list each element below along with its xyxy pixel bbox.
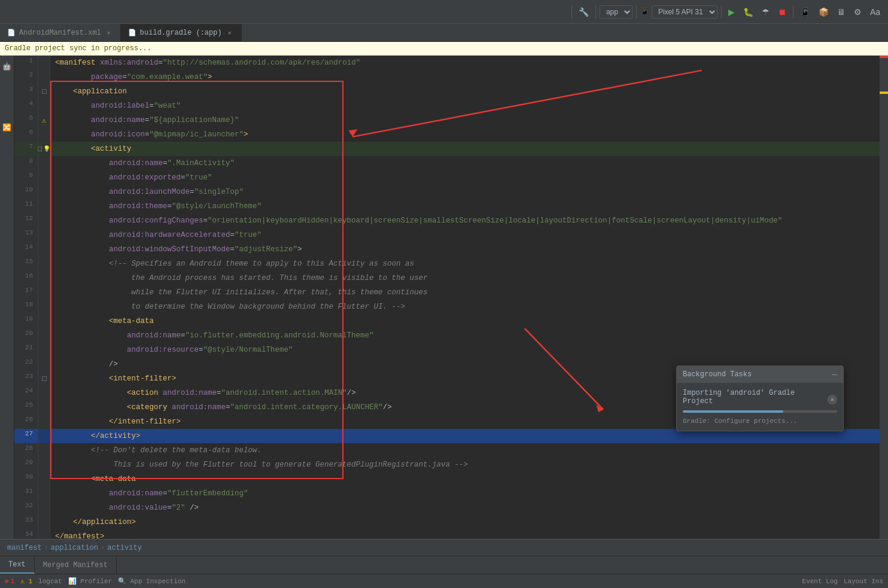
line-num-21: 21 [14,343,38,357]
breadcrumb-sep-2: › [101,544,105,552]
warning-count: 1 [28,578,32,585]
layout-inspector-button[interactable]: Layout Ins [844,578,883,585]
code-line-1: 1 <manifest xmlns:android="http://schema… [14,56,880,70]
bg-tasks-close-button[interactable]: — [832,370,837,379]
device-manager-button[interactable]: 📱 [797,5,813,19]
code-line-15: 15 <!-- Specifies an Android theme to ap… [14,257,880,271]
breadcrumb-activity[interactable]: activity [107,544,142,552]
bg-tasks-title: Background Tasks [683,370,752,379]
bottom-tab-text[interactable]: Text [0,556,35,574]
tab-androidmanifest-close[interactable]: ✕ [105,29,113,37]
warning-count-display[interactable]: ⚠ 1 [20,577,32,585]
sdk-manager-button[interactable]: 📦 [816,5,832,19]
bg-tasks-body: Importing 'android' Gradle Project ✕ Gra… [677,383,843,431]
androidmanifest-icon: 📄 [7,29,16,36]
tab-buildgradle[interactable]: 📄 build.gradle (:app) ✕ [121,24,242,41]
line-markers-9 [38,170,50,185]
line-markers-29 [38,458,50,472]
code-line-30: 30 <meta-data [14,472,880,486]
line-content-11: android:theme="@style/LaunchTheme" [50,199,880,214]
settings-button[interactable]: ⚙ [851,5,865,19]
line-content-20: android:name="io.flutter.embedding.andro… [50,328,880,343]
line-num-4: 4 [14,99,38,113]
line-num-6: 6 [14,127,38,142]
fold-marker-3[interactable]: - [42,89,47,94]
line-num-15: 15 [14,257,38,271]
nav-android-icon[interactable]: 🤖 [1,60,13,72]
line-num-7: 7 [14,142,38,156]
warning-marker-mid [880,92,888,94]
device-selector[interactable]: Pixel 5 API 31 [652,5,717,19]
line-markers-13 [38,228,50,242]
line-markers-14 [38,242,50,257]
line-num-12: 12 [14,214,38,228]
line-markers-10 [38,185,50,199]
line-markers-3: - [38,84,50,99]
code-line-29: 29 This is used by the Flutter tool to g… [14,458,880,472]
line-num-20: 20 [14,328,38,343]
line-content-4: android:label="weat" [50,99,880,113]
breadcrumb-application[interactable]: application [51,544,98,552]
debug-button[interactable]: 🐛 [740,5,756,19]
wrench-button[interactable]: 🔧 [576,5,592,19]
code-line-21: 21 android:resource="@style/NormalTheme" [14,343,880,357]
error-marker-top [880,56,888,58]
bulb-marker-7: 💡 [43,145,50,153]
line-num-2: 2 [14,70,38,84]
line-num-18: 18 [14,300,38,314]
translate-button[interactable]: Aa [867,5,883,19]
line-markers-25 [38,400,50,415]
code-line-14: 14 android:windowSoftInputMode="adjustRe… [14,242,880,257]
left-nav: 🤖 🔀 [0,56,14,539]
breadcrumb-bar: manifest › application › activity [0,539,888,556]
bg-task-cancel-button[interactable]: ✕ [828,395,837,404]
line-num-13: 13 [14,228,38,242]
line-content-16: the Android process has started. This th… [50,271,880,285]
line-content-32: android:value="2" /> [50,501,880,515]
avd-manager-button[interactable]: 🖥 [834,5,849,19]
sync-message: Gradle project sync in progress... [5,44,151,53]
code-line-17: 17 while the Flutter UI initializes. Aft… [14,285,880,300]
code-line-8: 8 android:name=".MainActivity" [14,156,880,170]
fold-marker-23[interactable]: - [42,376,47,381]
logcat-button[interactable]: logcat [38,578,62,585]
line-num-32: 32 [14,501,38,515]
run-group: ▶ 🐛 ☂ ⏹ [721,5,789,19]
line-num-24: 24 [14,386,38,400]
editor-area: 1 <manifest xmlns:android="http://schema… [14,56,880,539]
event-log-button[interactable]: Event Log [802,578,838,585]
bg-tasks-popup: Background Tasks — Importing 'android' G… [676,365,844,431]
error-icon: ⊗ [5,577,9,585]
right-gutter [880,56,888,539]
code-line-4: 4 android:label="weat" [14,99,880,113]
coverage-button[interactable]: ☂ [759,5,773,19]
line-content-3: <application [50,84,880,99]
fold-marker-7[interactable]: - [38,147,42,151]
app-selector[interactable]: app [600,5,632,19]
line-content-8: android:name=".MainActivity" [50,156,880,170]
line-num-16: 16 [14,271,38,285]
line-markers-12 [38,214,50,228]
tab-bar: 📄 AndroidManifest.xml ✕ 📄 build.gradle (… [0,24,888,42]
breadcrumb-manifest[interactable]: manifest [7,544,42,552]
run-button[interactable]: ▶ [725,5,738,19]
error-count-display[interactable]: ⊗ 1 [5,577,14,585]
line-num-19: 19 [14,314,38,328]
line-markers-17 [38,285,50,300]
line-num-30: 30 [14,472,38,486]
line-markers-28 [38,443,50,458]
bottom-tab-merged[interactable]: Merged Manifest [35,556,117,574]
app-inspection-button[interactable]: 🔍 App Inspection [118,577,185,585]
line-content-19: <meta-data [50,314,880,328]
toolbar-left: 🔧 [571,5,592,19]
line-markers-15 [38,257,50,271]
line-markers-1 [38,56,50,70]
line-markers-22 [38,357,50,371]
line-content-7: <activity [50,142,880,156]
profiler-button[interactable]: 📊 Profiler [68,577,112,585]
nav-git-icon[interactable]: 🔀 [1,121,13,133]
tab-buildgradle-close[interactable]: ✕ [226,29,234,37]
stop-button[interactable]: ⏹ [775,5,789,19]
code-line-31: 31 android:name="flutterEmbedding" [14,486,880,501]
tab-androidmanifest[interactable]: 📄 AndroidManifest.xml ✕ [0,24,121,41]
